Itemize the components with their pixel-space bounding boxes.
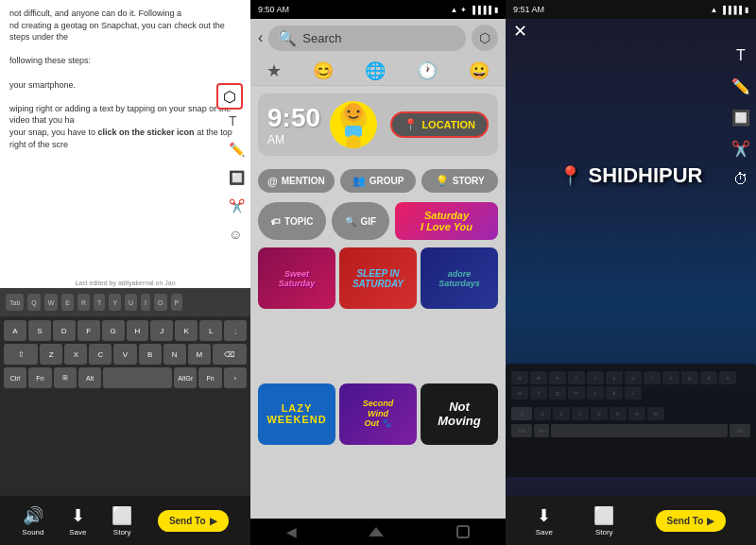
crop-icon[interactable]: ✂️ [229,198,245,213]
pencil-tool-icon[interactable]: ✏️ [731,77,750,95]
kb-backspace[interactable]: ⌫ [213,344,247,365]
kb-j[interactable]: J [150,320,173,341]
nav-back-btn[interactable]: ◀ [286,524,297,539]
kb-p[interactable]: P [171,294,183,311]
kb-n[interactable]: N [163,344,186,365]
sticker-grid: SweetSaturday SLEEP INSATURDAY adoreSatu… [250,244,506,519]
story-button-right[interactable]: ⬜ Story [593,505,614,536]
kb-i[interactable]: I [141,294,150,311]
send-to-button-left[interactable]: Send To ▶ [158,510,229,532]
filter-globe[interactable]: 🌐 [365,60,386,81]
second-wind-sticker[interactable]: SecondWindOut 🐾 [339,383,417,445]
kb-u[interactable]: U [125,294,137,311]
kb-ctrl[interactable]: Ctrl [4,367,26,388]
back-arrow-btn[interactable]: ‹ [258,29,263,46]
kb-space[interactable] [103,367,172,388]
sweet-saturday-sticker[interactable]: SweetSaturday [258,247,335,309]
save-icon: ⬇ [71,505,85,526]
article-text-1: not difficult, and anyone can do it. Fol… [9,8,241,20]
gif-icon: 🔍 [345,216,356,227]
snap-card: 9:50 AM 📍 LOCATION [258,94,498,156]
save-button-right[interactable]: ⬇ Save [536,505,553,536]
kb-t[interactable]: T [94,294,105,311]
svg-point-3 [357,111,360,113]
text-icon[interactable]: T [229,113,245,128]
location-button[interactable]: 📍 LOCATION [390,111,489,138]
kb-x[interactable]: X [64,344,87,365]
saturday-love-sticker[interactable]: SaturdayI Love You [395,202,498,240]
kb-c[interactable]: C [89,344,112,365]
search-input-wrap[interactable]: 🔍 Search [268,26,466,51]
topic-button[interactable]: 🏷 TOPIC [258,202,326,240]
kb-b[interactable]: B [139,344,162,365]
kb-fn2[interactable]: Fn [198,367,221,388]
send-to-label-left: Send To [169,516,206,526]
save-button-left[interactable]: ⬇ Save [69,505,86,536]
article-text-6: your snap, you have to click on the stic… [9,127,241,150]
emoji-icon[interactable]: ☺ [229,227,245,242]
kb-f[interactable]: F [77,320,100,341]
kb-alt[interactable]: Alt [78,367,101,388]
kb-v[interactable]: V [113,344,136,365]
sleep-in-sticker[interactable]: SLEEP INSATURDAY [339,247,417,309]
adore-sat-sticker[interactable]: adoreSaturdays [421,247,498,309]
filter-star[interactable]: ★ [266,60,282,81]
send-to-label-right: Send To [667,516,704,526]
filter-smiley[interactable]: 😊 [313,60,334,81]
mention-button[interactable]: @ MENTION [258,169,335,193]
kb-m[interactable]: M [188,344,211,365]
kb-e[interactable]: E [61,294,74,311]
sticker-side-icon[interactable]: 🔲 [229,170,245,185]
location-pin-right: 📍 [558,164,582,187]
kb-semicolon[interactable]: ; [224,320,247,341]
kb-h[interactable]: H [127,320,149,341]
pencil-icon[interactable]: ✏️ [229,142,245,157]
text-tool-icon[interactable]: T [731,47,750,64]
sound-label: Sound [22,528,43,536]
kb-tab[interactable]: Tab [6,294,24,311]
kb-z[interactable]: Z [40,344,62,365]
kb-r[interactable]: R [77,294,90,311]
lazy-weekend-sticker[interactable]: LAZYWEEKEND [258,383,335,445]
snap-time: 9:50 [267,103,320,133]
gif-button[interactable]: 🔍 GIF [332,202,389,240]
kb-win[interactable]: ⊞ [54,367,77,388]
wifi-icon-m: ▲ [450,6,457,14]
bottom-bar-right: ⬇ Save ⬜ Story Send To ▶ [506,496,756,545]
timer-tool-icon[interactable]: ⏱ [731,171,750,188]
copy-icon-btn[interactable]: ⬡ [472,25,498,51]
kb-altgr[interactable]: AltGr [174,367,197,388]
sticker-icon-box[interactable]: ⬡ [216,83,243,110]
not-moving-sticker[interactable]: NotMoving [421,383,498,445]
filter-clock[interactable]: 🕐 [417,60,438,81]
kb-q[interactable]: Q [27,294,40,311]
kb-o[interactable]: O [154,294,166,311]
location-display: 📍 SHIDHIPUR [558,163,702,188]
kb-a[interactable]: A [4,320,26,341]
kb-s[interactable]: S [28,320,51,341]
kb-right[interactable]: › [224,367,247,388]
sticker-tool-icon[interactable]: 🔲 [731,109,750,127]
send-to-button-right[interactable]: Send To ▶ [656,510,727,532]
crop-tool-icon[interactable]: ✂️ [731,140,750,158]
kb-g[interactable]: G [102,320,125,341]
group-button[interactable]: 👥 GROUP [340,169,417,193]
bottom-bar-left: 🔊 Sound ⬇ Save ⬜ Story Send To ▶ [0,496,250,545]
filter-emoji[interactable]: 😀 [469,60,490,81]
kb-d[interactable]: D [53,320,76,341]
sound-button[interactable]: 🔊 Sound [22,505,43,536]
kb-shift[interactable]: ⇧ [4,344,38,365]
svg-point-1 [344,103,363,122]
story-icon-right: ⬜ [593,505,614,526]
kb-k[interactable]: K [175,320,198,341]
nav-square-btn[interactable] [456,525,470,538]
close-button[interactable]: ✕ [513,21,527,42]
story-button-mid[interactable]: 💡 STORY [421,169,498,193]
story-button-left[interactable]: ⬜ Story [112,505,132,536]
kb-y[interactable]: Y [109,294,121,311]
kb-fn[interactable]: Fn [28,367,51,388]
kb-l[interactable]: L [199,320,222,341]
nav-home-btn[interactable] [369,527,384,536]
send-to-arrow-right: ▶ [707,516,714,526]
kb-w[interactable]: W [44,294,59,311]
